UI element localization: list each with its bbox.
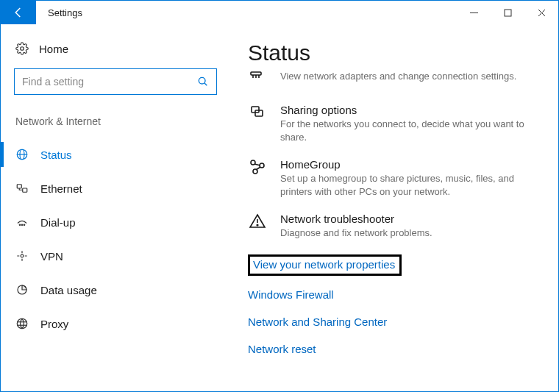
adapter-desc: View network adapters and change connect… [280,70,539,83]
section-sharing[interactable]: Sharing options For the networks you con… [248,104,539,143]
link-windows-firewall[interactable]: Windows Firewall [248,289,334,300]
link-network-reset[interactable]: Network reset [248,343,316,354]
home-nav[interactable]: Home [14,38,217,68]
troubleshoot-desc: Diagnose and fix network problems. [280,227,539,240]
window-title: Settings [36,1,457,24]
homegroup-title: HomeGroup [280,158,539,171]
nav-item-label: Ethernet [40,182,82,195]
adapter-icon [248,70,267,89]
nav-item-dialup[interactable]: Dial-up [1,205,217,239]
section-adapter[interactable]: View network adapters and change connect… [248,70,539,89]
search-box[interactable] [14,68,217,95]
svg-point-4 [21,47,24,51]
nav-group-label: Network & Internet [14,115,217,127]
window-controls [457,1,558,24]
search-input[interactable] [22,76,197,88]
svg-rect-10 [17,185,21,188]
sharing-icon [248,104,267,123]
nav-item-label: Dial-up [40,216,76,229]
nav-item-status[interactable]: Status [1,138,217,171]
homegroup-desc: Set up a homegroup to share pictures, mu… [280,172,539,198]
section-homegroup[interactable]: HomeGroup Set up a homegroup to share pi… [248,158,539,198]
svg-rect-1 [505,10,511,16]
nav-item-datausage[interactable]: Data usage [1,273,217,307]
back-button[interactable] [1,1,36,24]
homegroup-icon [248,158,267,177]
svg-point-17 [17,318,27,329]
left-pane: Home Network & Internet Status Ethernet [1,24,229,391]
page-title: Status [248,40,539,65]
nav-item-vpn[interactable]: VPN [1,239,217,273]
home-label: Home [39,43,68,55]
svg-point-14 [24,224,25,226]
nav-item-label: Status [40,149,72,161]
search-icon [197,76,209,88]
svg-line-6 [204,83,207,85]
nav-item-label: Data usage [40,284,97,296]
maximize-button[interactable] [491,1,524,24]
minimize-button[interactable] [457,1,491,24]
svg-line-30 [256,167,260,170]
nav-item-proxy[interactable]: Proxy [1,307,217,341]
sharing-desc: For the networks you connect to, decide … [280,118,539,143]
globe-icon [15,148,29,161]
gear-icon [15,42,29,55]
nav-item-label: VPN [40,250,63,263]
titlebar: Settings [1,1,558,24]
data-usage-icon [15,283,29,296]
link-view-network-properties[interactable]: View your network properties [248,254,402,276]
proxy-icon [15,317,29,330]
troubleshoot-title: Network troubleshooter [280,213,539,225]
close-button[interactable] [524,1,558,24]
svg-point-15 [21,254,24,257]
svg-point-12 [19,224,21,226]
vpn-icon [15,249,29,263]
svg-rect-20 [251,72,261,75]
section-troubleshooter[interactable]: Network troubleshooter Diagnose and fix … [248,213,539,240]
links-block: View your network properties Windows Fir… [248,254,539,366]
link-network-sharing-center[interactable]: Network and Sharing Center [248,316,387,327]
svg-point-5 [199,77,205,84]
svg-rect-11 [23,188,27,192]
ethernet-icon [15,182,29,195]
nav-item-label: Proxy [40,318,68,330]
nav-item-ethernet[interactable]: Ethernet [1,171,217,205]
svg-point-32 [257,224,258,226]
right-pane: Status View network adapters and change … [229,24,558,391]
svg-point-13 [21,224,23,226]
sharing-title: Sharing options [280,104,539,116]
warning-icon [248,213,267,232]
dialup-icon [15,215,29,229]
